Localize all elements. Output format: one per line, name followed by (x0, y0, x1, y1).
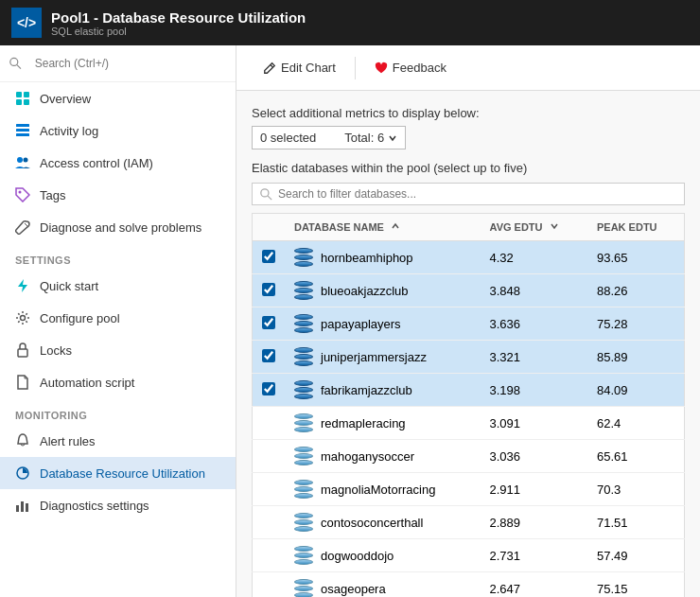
col-header-checkbox (253, 214, 286, 241)
svg-line-22 (268, 196, 271, 200)
table-row[interactable]: blueoakjazzclub3.84888.26 (253, 274, 685, 307)
peak-edtu-value: 88.26 (587, 274, 685, 307)
sort-asc-icon (391, 221, 400, 231)
sidebar-item-label: Alert rules (40, 434, 96, 448)
sidebar-item-database-utilization[interactable]: Elastic databases within the pool (selec… (0, 457, 236, 489)
sidebar-item-activity-log[interactable]: Activity log (0, 114, 236, 147)
peak-edtu-value: 62.4 (587, 407, 685, 440)
sidebar-item-quickstart[interactable]: Quick start (0, 270, 236, 302)
table-row[interactable]: hornbeamhiphop4.3293.65 (253, 241, 685, 274)
content-area: Edit Chart Feedback Select additional me… (236, 45, 700, 597)
bell-icon (15, 433, 30, 448)
wrench-icon (15, 219, 30, 235)
database-icon (294, 248, 313, 267)
sidebar-item-configure-pool[interactable]: Configure pool (0, 302, 236, 334)
sidebar-item-label: Locks (40, 343, 72, 358)
metrics-row: 0 selected Total: 6 (252, 126, 685, 149)
peak-edtu-value: 57.49 (587, 539, 685, 572)
table-row[interactable]: contosoconcerthall2.88971.51 (253, 506, 685, 539)
table-row[interactable]: osageopera2.64775.15 (253, 572, 685, 598)
sidebar-item-diagnostics[interactable]: Diagnostics settings (0, 489, 236, 521)
row-checkbox[interactable] (262, 316, 275, 329)
db-name: juniperjammersjazz (321, 350, 427, 364)
svg-rect-4 (16, 99, 22, 105)
sidebar-nav: Overview Activity log Access control (IA… (0, 82, 236, 597)
avg-edtu-value: 2.889 (481, 506, 587, 539)
avg-edtu-value: 3.636 (481, 307, 587, 341)
col-header-peak-edtu[interactable]: PEAK EDTU (587, 214, 685, 241)
svg-rect-3 (24, 92, 29, 97)
row-checkbox[interactable] (262, 349, 275, 362)
database-icon (294, 480, 313, 499)
peak-edtu-value: 70.3 (587, 473, 685, 506)
database-icon (294, 513, 313, 532)
avg-edtu-value: 3.036 (481, 440, 587, 473)
database-icon (294, 380, 313, 399)
svg-rect-6 (16, 124, 29, 127)
svg-rect-15 (18, 349, 27, 357)
peak-edtu-value: 75.28 (587, 307, 685, 341)
table-row[interactable]: fabrikamjazzclub3.19884.09 (253, 374, 685, 407)
sidebar-item-locks[interactable]: Locks (0, 334, 236, 366)
svg-rect-7 (16, 129, 29, 132)
table-row[interactable]: mahoganysoccer3.03665.61 (253, 440, 685, 473)
sidebar-item-overview[interactable]: Overview (0, 82, 236, 114)
sidebar-search-container[interactable] (0, 45, 236, 82)
avg-edtu-value: 3.091 (481, 407, 587, 440)
pencil-icon (263, 61, 276, 75)
avg-edtu-value: 3.321 (481, 341, 587, 374)
avg-edtu-value: 2.647 (481, 572, 587, 598)
database-icon (294, 579, 313, 597)
database-icon (294, 281, 313, 300)
feedback-button[interactable]: Feedback (363, 55, 458, 80)
sidebar-item-diagnose[interactable]: Diagnose and solve problems (0, 211, 236, 243)
database-icon (294, 347, 313, 366)
svg-marker-13 (18, 279, 27, 292)
metrics-prompt: Select additional metrics to display bel… (252, 106, 685, 120)
gear-icon (15, 310, 30, 325)
row-checkbox[interactable] (262, 283, 275, 296)
col-header-avg-edtu[interactable]: AVG EDTU (481, 214, 587, 241)
row-checkbox[interactable] (262, 250, 275, 263)
search-icon (9, 57, 22, 70)
db-name: contosoconcerthall (321, 516, 423, 530)
svg-rect-2 (16, 92, 22, 97)
table-row[interactable]: papayaplayers3.63675.28 (253, 307, 685, 341)
svg-rect-8 (16, 133, 29, 136)
table-row[interactable]: magnoliaMotorracing2.91170.3 (253, 473, 685, 506)
sidebar-item-tags[interactable]: Tags (0, 179, 236, 211)
search-input[interactable] (27, 53, 226, 74)
edit-chart-label: Edit Chart (281, 61, 336, 75)
svg-point-21 (261, 188, 269, 196)
page-title: Pool1 - Database Resource Utilization (51, 9, 306, 26)
sidebar-item-alert-rules[interactable]: Alert rules (0, 425, 236, 457)
svg-rect-17 (16, 505, 19, 512)
sidebar-item-label: Diagnostics settings (40, 499, 149, 513)
col-header-name[interactable]: DATABASE NAME (285, 214, 481, 241)
filter-search-icon (260, 188, 272, 201)
metrics-dropdown[interactable]: 0 selected Total: 6 (252, 126, 406, 149)
toolbar-separator (355, 57, 356, 79)
avg-edtu-value: 4.32 (481, 241, 587, 274)
db-name: mahoganysoccer (321, 449, 414, 464)
row-checkbox[interactable] (262, 382, 275, 395)
table-row[interactable]: redmapleracing3.09162.4 (253, 407, 685, 440)
filter-row[interactable] (252, 183, 685, 205)
table-row[interactable]: juniperjammersjazz3.32185.89 (253, 341, 685, 374)
table-row[interactable]: dogwooddojo2.73157.49 (253, 539, 685, 572)
sidebar-item-access-control[interactable]: Access control (IAM) (0, 147, 236, 179)
sidebar-item-label: Configure pool (40, 311, 120, 325)
edit-chart-button[interactable]: Edit Chart (252, 55, 347, 80)
peak-edtu-value: 84.09 (587, 374, 685, 407)
svg-rect-19 (26, 503, 28, 512)
database-table: DATABASE NAME AVG EDTU PEAK EDTU hornbea… (252, 213, 685, 597)
sidebar-item-label: Overview (40, 92, 91, 106)
sidebar-item-label: Access control (IAM) (40, 156, 153, 170)
sidebar-item-automation[interactable]: Automation script (0, 366, 236, 398)
filter-input[interactable] (278, 187, 676, 201)
app-header: </> Pool1 - Database Resource Utilizatio… (0, 0, 700, 45)
peak-edtu-value: 85.89 (587, 341, 685, 374)
database-icon (294, 546, 313, 565)
heart-icon (375, 61, 388, 75)
svg-point-9 (17, 157, 23, 163)
